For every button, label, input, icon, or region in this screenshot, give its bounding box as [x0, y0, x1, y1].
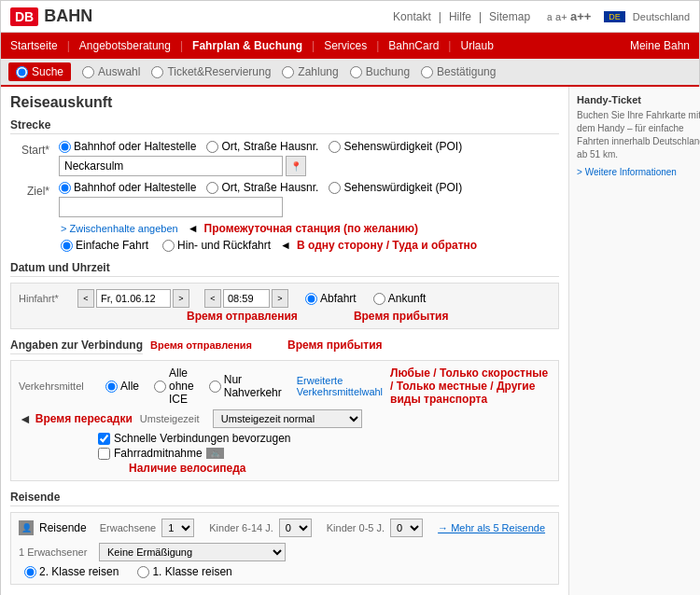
subnav-ticket: Ticket&Reservierung [151, 65, 271, 78]
kinder614-label: Kinder 6-14 J. [209, 522, 273, 533]
date-group: < > [77, 289, 189, 308]
font-a[interactable]: a [547, 12, 553, 22]
zwischenhalte-arrow: ◄ [188, 222, 199, 235]
ziel-radio-bahnhof[interactable]: Bahnhof oder Haltestelle [59, 181, 196, 194]
nav-fahrplan[interactable]: Fahrplan & Buchung [183, 33, 312, 59]
verkehrsmittel-annotation: Любые / Только скоростные / Только местн… [390, 367, 551, 406]
nav-meine-bahn[interactable]: Meine Bahn [621, 33, 699, 59]
nav-startseite[interactable]: Startseite [1, 33, 67, 59]
reisende-title: Reisende [10, 491, 559, 506]
header-links: Kontakt | Hilfe | Sitemap a a+ a++ DE De… [393, 9, 690, 23]
time-input[interactable] [223, 289, 270, 308]
font-a-plus[interactable]: a+ [555, 11, 567, 22]
kontakt-link[interactable]: Kontakt [393, 10, 431, 23]
subnav-buchung: Buchung [350, 65, 410, 78]
nahverkehr-radio[interactable]: Nur Nahverkehr [209, 373, 282, 399]
fahrrad-checkbox[interactable] [98, 448, 110, 460]
start-row: Start* Bahnhof oder Haltestelle Ort, Str… [10, 140, 559, 176]
sidebar-link[interactable]: > Weitere Informationen [577, 167, 677, 177]
nav-bahncard[interactable]: BahnCard [379, 33, 448, 59]
ziel-input[interactable] [59, 197, 283, 217]
verkehrsmittel-label: Verkehrsmittel [19, 381, 98, 392]
alle-radio[interactable]: Alle [105, 380, 139, 393]
subnav-suche-radio[interactable] [16, 66, 28, 78]
subnav-buchung-radio[interactable] [350, 66, 362, 78]
subnav-auswahl: Auswahl [82, 65, 140, 78]
einfache-fahrt-radio[interactable]: Einfache Fahrt [61, 239, 148, 252]
ziel-label: Ziel* [27, 185, 49, 198]
datetime-row: Hinfahrt* < > < > Abfahrt [19, 289, 551, 308]
start-input[interactable] [59, 156, 283, 176]
start-radio-ort[interactable]: Ort, Straße Hausnr. [206, 140, 318, 153]
umsteigezeit-arrow-icon: ◄ [19, 411, 32, 426]
klasse-row: 2. Klasse reisen 1. Klasse reisen [19, 565, 551, 578]
subnav: Suche Auswahl Ticket&Reservierung Zahlun… [1, 59, 699, 87]
verbindung-section: Angaben zur Verbindung Время отправления… [10, 339, 559, 481]
reisende-label: Reisende [39, 521, 87, 534]
nav-angebotsberatung[interactable]: Angebotsberatung [70, 33, 180, 59]
date-input[interactable] [96, 289, 171, 308]
ankunft-time-label2: Время прибытия [287, 339, 383, 352]
sitemap-link[interactable]: Sitemap [489, 10, 530, 23]
datetime-box: Hinfahrt* < > < > Abfahrt [10, 283, 559, 329]
erweiterte-link[interactable]: Erweiterte Verkehrsmittelwahl [297, 375, 383, 397]
abfahrt-radio[interactable]: Abfahrt [305, 292, 357, 305]
ohne-ice-radio[interactable]: Alle ohne ICE [154, 367, 194, 406]
page-title: Reiseauskunft [10, 94, 559, 111]
subnav-bestaetigung: Bestätigung [421, 65, 496, 78]
umsteigezeit-select[interactable]: Umsteigezeit normal Wenig Umsteigezeit V… [213, 409, 362, 428]
ermassigung-select[interactable]: Keine Ermäßigung BahnCard 25 BahnCard 50… [99, 543, 286, 561]
erwachsene-select[interactable]: 12345 [161, 519, 194, 537]
time-next-btn[interactable]: > [272, 289, 288, 308]
schnelle-checkbox[interactable] [98, 433, 110, 445]
nav-services[interactable]: Services [315, 33, 376, 59]
start-radio-poi[interactable]: Sehenswürdigkeit (POI) [329, 140, 462, 153]
nav-urlaub[interactable]: Urlaub [451, 33, 502, 59]
subnav-suche[interactable]: Suche [8, 62, 71, 81]
fahrtrichtung-arrow: ◄ [280, 239, 291, 252]
datum-title: Datum und Uhrzeit [10, 261, 559, 277]
verkehrsmittel-row: Verkehrsmittel Alle Alle ohne ICE Nur Na… [19, 367, 383, 406]
subnav-auswahl-radio[interactable] [82, 66, 94, 78]
header: DB BAHN Kontakt | Hilfe | Sitemap a a+ a… [1, 1, 699, 33]
kinder05-select[interactable]: 01234 [390, 519, 423, 537]
sidebar-text: Buchen Sie Ihre Fahrkarte mit dem Handy … [577, 109, 700, 161]
verbindung-title: Angaben zur Verbindung [10, 339, 143, 354]
fahrrad-icon: 🚲 [206, 448, 224, 459]
ziel-radio-row: Bahnhof oder Haltestelle Ort, Straße Hau… [59, 181, 559, 194]
start-radio-row: Bahnhof oder Haltestelle Ort, Straße Hau… [59, 140, 559, 153]
font-a-plus-plus[interactable]: a++ [570, 9, 591, 23]
ziel-radio-poi[interactable]: Sehenswürdigkeit (POI) [329, 181, 462, 194]
ermassigung-person-label: 1 Erwachsener [19, 547, 93, 558]
hin-rueck-radio[interactable]: Hin- und Rückfahrt [162, 239, 271, 252]
datum-section: Datum und Uhrzeit Hinfahrt* < > < > [10, 261, 559, 329]
date-prev-btn[interactable]: < [77, 289, 94, 308]
date-next-btn[interactable]: > [173, 289, 189, 308]
mehr-reisende-link[interactable]: → Mehr als 5 Reisende [438, 522, 545, 533]
ziel-row: Ziel* Bahnhof oder Haltestelle Ort, Stra… [10, 181, 559, 217]
zwischenhalte-row: > Zwischenhalte angeben ◄ Промежуточная … [10, 222, 559, 235]
ankunft-annotation: Время прибытия [354, 310, 449, 323]
logo: DB BAHN [10, 7, 92, 26]
time-group: < > [204, 289, 288, 308]
content-area: Reiseauskunft Strecke Start* Bahnhof ode… [1, 87, 699, 595]
klasse2-radio[interactable]: 2. Klasse reisen [24, 565, 119, 578]
kinder614-select[interactable]: 01234 [279, 519, 312, 537]
sidebar: Handy-Ticket Buchen Sie Ihre Fahrkarte m… [568, 87, 700, 595]
abfahrt-time-label2: Время отправления [150, 339, 252, 351]
ziel-radio-ort[interactable]: Ort, Straße Hausnr. [206, 181, 318, 194]
ermassigung-row: 1 Erwachsener Keine Ermäßigung BahnCard … [19, 543, 551, 561]
ankunft-radio[interactable]: Ankunft [373, 292, 427, 305]
subnav-bestaetigung-radio[interactable] [421, 66, 433, 78]
klasse1-radio[interactable]: 1. Klasse reisen [137, 565, 231, 578]
umsteigezeit-row: ◄ Время пересадки Umsteigezeit Umsteigez… [19, 409, 383, 428]
zwischenhalte-link[interactable]: > Zwischenhalte angeben [61, 223, 178, 234]
start-radio-bahnhof[interactable]: Bahnhof oder Haltestelle [59, 140, 196, 153]
hilfe-link[interactable]: Hilfe [449, 10, 471, 23]
start-location-btn[interactable]: 📍 [286, 156, 306, 176]
flag-icon: DE [604, 11, 625, 22]
subnav-zahlung-radio[interactable] [282, 66, 294, 78]
subnav-ticket-radio[interactable] [151, 66, 163, 78]
reisende-header: 👤 Reisende Erwachsene 12345 Kinder 6-14 … [19, 519, 551, 537]
time-prev-btn[interactable]: < [204, 289, 221, 308]
